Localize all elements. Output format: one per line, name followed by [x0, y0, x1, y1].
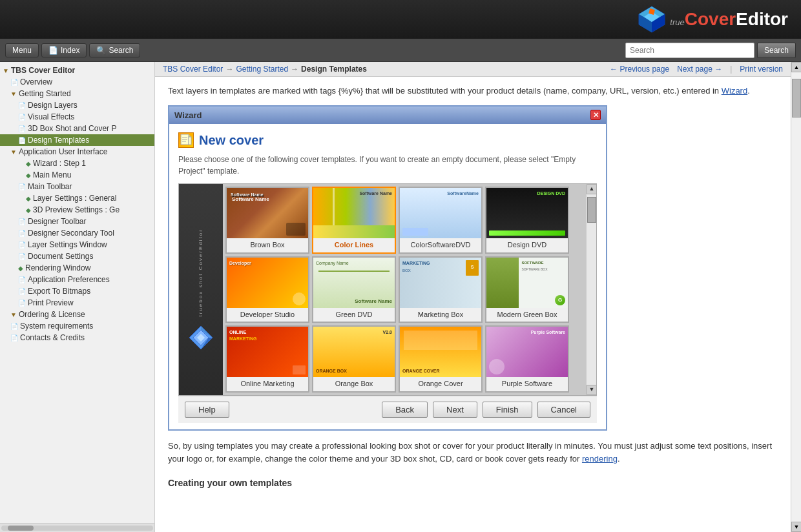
template-label-green-dvd: Green DVD [313, 308, 395, 322]
wizard-new-cover-icon [178, 132, 194, 148]
breadcrumb-current: Design Templates [301, 65, 367, 74]
template-item-color-lines[interactable]: Software Name Color Lines [312, 187, 396, 254]
doc-icon: 📄 [10, 79, 18, 86]
template-label-online-marketing: Online Marketing [227, 377, 308, 391]
content-scroll-down-button[interactable]: ▼ [791, 522, 801, 532]
scrollbar-thumb[interactable] [587, 197, 596, 223]
template-item-orange-cover[interactable]: ORANGE COVER Orange Cover [399, 325, 483, 393]
diamond-icon: ◆ [18, 265, 23, 272]
search-button[interactable]: Search [757, 43, 796, 58]
template-label-developer-studio: Developer Studio [227, 308, 308, 322]
logo-area: trueCoverEditor [636, 4, 788, 35]
sidebar-item-layer-settings-general[interactable]: ◆ Layer Settings : General [0, 192, 154, 204]
sidebar-item-system-requirements[interactable]: 📄 System requirements [0, 320, 154, 332]
doc-icon: 📄 [18, 218, 26, 225]
template-label-orange-box: Orange Box [313, 377, 395, 391]
template-item-brown-box[interactable]: Software Name Brown Box [225, 187, 309, 254]
scrollbar-down-button[interactable]: ▼ [587, 385, 597, 395]
sidebar-item-3d-box-shot[interactable]: 📄 3D Box Shot and Cover P [0, 123, 154, 134]
search-input[interactable] [625, 43, 754, 58]
sidebar-item-print-preview[interactable]: 📄 Print Preview [0, 297, 154, 309]
sidebar-item-design-templates[interactable]: 📄 Design Templates [0, 134, 154, 146]
doc-icon: 📄 [18, 125, 26, 132]
wizard-finish-button[interactable]: Finish [483, 402, 532, 418]
doc-icon: 📄 [18, 241, 26, 249]
breadcrumb-tbs-link[interactable]: TBS Cover Editor [163, 65, 223, 74]
sidebar-item-app-preferences[interactable]: 📄 Application Preferences [0, 274, 154, 285]
sidebar-item-app-user-interface[interactable]: ▼ Application User Interface [0, 146, 154, 158]
folder-icon: ▼ [10, 148, 17, 156]
template-thumb-developer-studio: Developer [227, 258, 308, 308]
scrollbar-track [587, 194, 596, 385]
sidebar-item-getting-started[interactable]: ▼ Getting Started [0, 88, 154, 99]
breadcrumb-arrow2: → [291, 65, 298, 74]
hscroll-track [1, 526, 153, 531]
main-layout: ▼ TBS Cover Editor 📄 Overview ▼ Getting … [0, 62, 801, 532]
wizard-title-row: New cover [178, 130, 597, 150]
template-item-developer-studio[interactable]: Developer Developer Studio [225, 256, 309, 323]
sidebar-item-rendering-window[interactable]: ◆ Rendering Window [0, 262, 154, 274]
breadcrumb-arrow1: → [225, 65, 233, 74]
sidebar-item-design-layers[interactable]: 📄 Design Layers [0, 99, 154, 111]
doc-icon: 📄 [18, 102, 26, 109]
wizard-description: Please choose one of the following cover… [178, 154, 597, 177]
sidebar-label: Contacts & Credits [20, 333, 85, 342]
sidebar-item-main-toolbar[interactable]: 📄 Main Toolbar [0, 181, 154, 192]
template-item-purple-software[interactable]: Purple Software Purple Software [485, 325, 569, 393]
sidebar-item-ordering-license[interactable]: ▼ Ordering & License [0, 309, 154, 320]
print-version-link[interactable]: Print version [740, 65, 783, 74]
sidebar-horizontal-scrollbar[interactable] [0, 523, 154, 532]
template-item-marketing-box[interactable]: MARKETING BOX S Marketing Box [399, 256, 483, 323]
sidebar-item-contacts-credits[interactable]: 📄 Contacts & Credits [0, 332, 154, 343]
rendering-link[interactable]: rendering [582, 454, 618, 464]
template-item-color-software-dvd[interactable]: SoftwareName ColorSoftwareDVD [399, 187, 483, 254]
search-nav-button[interactable]: 🔍 Search [89, 43, 140, 57]
doc-icon: 📄 [18, 114, 26, 121]
wizard-back-button[interactable]: Back [382, 402, 428, 418]
folder-icon: ▼ [10, 311, 17, 318]
sidebar-item-export-to-bitmaps[interactable]: 📄 Export To Bitmaps [0, 285, 154, 297]
grid-scrollbar[interactable]: ▲ ▼ [586, 184, 596, 395]
next-page-link[interactable]: Next page → [677, 65, 722, 74]
breadcrumb-getting-started-link[interactable]: Getting Started [236, 65, 288, 74]
sidebar-item-overview[interactable]: 📄 Overview [0, 76, 154, 88]
sidebar-label: Layer Settings Window [28, 240, 107, 249]
template-thumb-brown-box: Software Name [227, 188, 308, 238]
sidebar-label: Print Preview [28, 298, 74, 307]
content-area: TBS Cover Editor → Getting Started → Des… [155, 62, 791, 532]
template-item-orange-box[interactable]: V2.0 ORANGE BOX Orange Box [312, 325, 396, 393]
content-scroll-up-button[interactable]: ▲ [791, 62, 801, 72]
wizard-cancel-button[interactable]: Cancel [537, 402, 590, 418]
sidebar-item-visual-effects[interactable]: 📄 Visual Effects [0, 111, 154, 123]
wizard-help-button[interactable]: Help [185, 402, 229, 418]
template-item-green-dvd[interactable]: Company Name Software Name Green DVD [312, 256, 396, 323]
sidebar-item-tbs-cover-editor[interactable]: ▼ TBS Cover Editor [0, 65, 154, 76]
sidebar-item-wizard-step1[interactable]: ◆ Wizard : Step 1 [0, 158, 154, 169]
hscroll-thumb[interactable] [8, 526, 34, 531]
sidebar-item-designer-toolbar[interactable]: 📄 Designer Toolbar [0, 216, 154, 227]
sidebar-item-document-settings[interactable]: 📄 Document Settings [0, 251, 154, 262]
sidebar-item-designer-secondary[interactable]: 📄 Designer Secondary Tool [0, 227, 154, 239]
menu-button[interactable]: Menu [5, 43, 39, 57]
content-vertical-scrollbar[interactable]: ▲ ▼ [791, 62, 801, 532]
folder-expand-icon: ▼ [3, 67, 9, 74]
wizard-heading: New cover [199, 130, 264, 150]
wizard-next-button[interactable]: Next [433, 402, 477, 418]
content-scroll-thumb[interactable] [792, 79, 801, 118]
svg-rect-8 [189, 137, 191, 145]
wizard-close-button[interactable]: ✕ [590, 110, 601, 120]
template-thumb-green-dvd: Company Name Software Name [313, 258, 395, 308]
sidebar-item-3d-preview-settings[interactable]: ◆ 3D Preview Settings : Ge [0, 204, 154, 216]
template-item-design-dvd[interactable]: DESIGN DVD Design DVD [485, 187, 569, 254]
sidebar-label: Getting Started [19, 89, 71, 98]
wizard-link[interactable]: Wizard [722, 86, 747, 96]
scrollbar-up-button[interactable]: ▲ [587, 184, 597, 194]
sidebar-item-main-menu[interactable]: ◆ Main Menu [0, 169, 154, 181]
template-item-modern-green-box[interactable]: SOFTWARE SOFTWARE BOX G Modern Green Box [485, 256, 569, 323]
index-button[interactable]: 📄 Index [41, 43, 87, 57]
diamond-icon: ◆ [26, 207, 31, 214]
template-thumb-orange-cover: ORANGE COVER [400, 327, 481, 377]
sidebar-item-layer-settings-window[interactable]: 📄 Layer Settings Window [0, 239, 154, 251]
template-item-online-marketing[interactable]: ONLINE MARKETING Online Marketing [225, 325, 309, 393]
prev-page-link[interactable]: ← Previous page [610, 65, 669, 74]
